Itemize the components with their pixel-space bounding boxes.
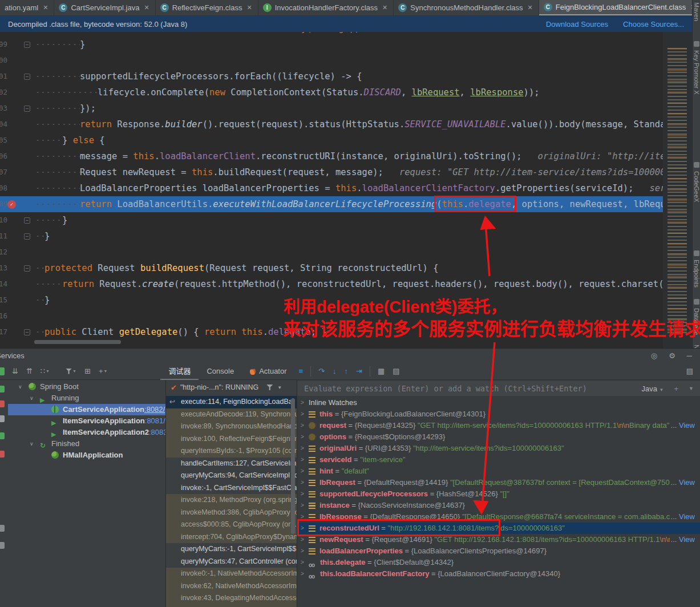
watch-row-this.loadBalancerClientFactory[interactable]: >this.loadBalancerClientFactory = {LoadB… <box>297 568 700 580</box>
stack-frame-row[interactable]: invoke:62, NativeMethodAccessorImpl (sun… <box>166 580 297 593</box>
expand-all-icon[interactable]: ⇊ <box>8 367 22 375</box>
frame-icon[interactable]: ⊞ <box>80 367 95 375</box>
app-port-link[interactable]: :8082/ <box>144 405 165 414</box>
step-over-icon[interactable]: ↷ <box>314 367 329 375</box>
close-tab-icon[interactable]: ✕ <box>382 4 387 11</box>
watch-row-instance[interactable]: >instance = {NacosServiceInstance@14637} <box>297 500 700 511</box>
close-tab-icon[interactable]: ✕ <box>43 4 48 11</box>
stack-frame-row[interactable]: queryItemsByIds:-1, $Proxy105 (com.sun.p… <box>166 445 297 458</box>
hide-panel-icon[interactable]: ─ <box>687 351 692 360</box>
tree-item-ItemServiceApplication2[interactable]: ItemServiceApplication2 :8083/ <box>8 427 165 438</box>
frames-filter-icon[interactable] <box>266 385 273 390</box>
chevron-right-icon[interactable]: > <box>301 420 309 431</box>
code-fold-icon[interactable]: – <box>24 106 30 112</box>
watch-row-this.delegate[interactable]: >this.delegate = {Client$Default@14342} <box>297 557 700 568</box>
download-sources-link[interactable]: Download Sources <box>546 20 608 29</box>
chevron-right-icon[interactable]: > <box>301 568 309 580</box>
debug-tab-Actuator[interactable]: Actuator <box>242 363 294 379</box>
breakpoint-icon[interactable]: ✓ <box>7 200 16 209</box>
settings-gear-icon[interactable]: ⚙ <box>669 351 675 360</box>
debug-tab-Console[interactable]: Console <box>199 363 242 379</box>
watch-group-row[interactable]: >Inline Watches <box>297 397 700 408</box>
code-fold-icon[interactable]: – <box>24 42 30 48</box>
chevron-right-icon[interactable]: > <box>301 443 309 454</box>
app-port-link[interactable]: :8081/ <box>145 416 165 425</box>
code-fold-icon[interactable]: – <box>24 233 30 240</box>
target-icon[interactable]: ◎ <box>651 351 657 360</box>
stack-frame-row[interactable]: invoke:-1, CartServiceImpl$$FastClassByS… <box>166 482 297 495</box>
stack-frame-row[interactable]: invoke0:-1, NativeMethodAccessorImpl (su… <box>166 568 297 580</box>
step-into-icon[interactable]: ↓ <box>329 367 341 375</box>
eval-language-selector[interactable]: Java ▼ <box>641 385 663 393</box>
add-service-icon[interactable]: +▼ <box>95 367 112 375</box>
tool-stripe-key-promoter-x[interactable]: Key Promoter X <box>693 50 700 95</box>
tree-item-Finished[interactable]: ∨Finished <box>8 438 165 450</box>
stack-frame-row[interactable]: queryMyCarts:-1, CartServiceImpl$$Enhanc… <box>166 543 297 556</box>
tab-ReflectiveFeign.class[interactable]: CReflectiveFeign.class✕ <box>156 0 258 15</box>
chevron-right-icon[interactable]: > <box>301 397 309 408</box>
tab-CartServiceImpl.java[interactable]: CCartServiceImpl.java✕ <box>54 0 155 15</box>
stack-frame-row[interactable]: handleCartItems:127, CartServiceImpl (co… <box>166 458 297 470</box>
watch-row-loadBalancerProperties[interactable]: >loadBalancerProperties = {LoadBalancerC… <box>297 545 700 557</box>
stack-frame-row[interactable]: executeAndDecode:119, SynchronousMethodH… <box>166 408 297 421</box>
close-tab-icon[interactable]: ✕ <box>528 4 533 11</box>
layout-settings-icon[interactable]: ▤ <box>389 367 403 375</box>
stack-frame-row[interactable]: invoke:43, DelegatingMethodAccessorImpl … <box>166 592 297 605</box>
watch-row-serviceId[interactable]: >serviceId = "item-service" <box>297 454 700 466</box>
chevron-right-icon[interactable]: > <box>301 500 309 511</box>
tool-stripe-maven[interactable]: Maven <box>693 2 700 21</box>
view-link[interactable]: ... View <box>670 420 700 431</box>
restore-layout-icon[interactable]: ≡ <box>295 367 307 375</box>
view-link[interactable]: ... View <box>670 534 700 545</box>
code-fold-icon[interactable]: – <box>24 329 30 335</box>
watch-row-supportedLifecycleProcessors[interactable]: >supportedLifecycleProcessors = {HashSet… <box>297 488 700 500</box>
code-fold-icon[interactable]: – <box>24 74 30 80</box>
filter-icon[interactable]: ▼ <box>54 369 80 374</box>
watch-row-hint[interactable]: >hint = "default" <box>297 466 700 477</box>
step-out-icon[interactable]: ↑ <box>341 367 353 375</box>
close-tab-icon[interactable]: ✕ <box>246 4 252 11</box>
stack-frame-row[interactable]: invokeMethod:386, CglibAopProxy (org.spr… <box>166 507 297 519</box>
run-to-cursor-icon[interactable]: ⇥ <box>352 367 366 375</box>
tree-item-Running[interactable]: ∨Running <box>8 392 165 404</box>
chevron-right-icon[interactable]: > <box>301 408 309 420</box>
thread-selector[interactable]: ✔ "http-nio-...n": RUNNING ▼ <box>166 380 297 395</box>
chevron-right-icon[interactable]: > <box>301 557 309 568</box>
code-fold-icon[interactable]: – <box>24 217 30 224</box>
stack-frame-row[interactable]: invoke:89, SynchronousMethodHandler (fei… <box>166 420 297 433</box>
watch-row-options[interactable]: >options = {Request$Options@14293} <box>297 431 700 443</box>
tab-SynchronousMethodHandler.class[interactable]: CSynchronousMethodHandler.class✕ <box>394 0 539 15</box>
panel-layout-icon[interactable]: ▤ <box>682 367 700 375</box>
chevron-right-icon[interactable]: > <box>301 454 309 466</box>
tab-InvocationHandlerFactory.class[interactable]: IInvocationHandlerFactory.class✕ <box>258 0 394 15</box>
stack-frame-row[interactable]: queryMyCarts:47, CartController (com.hma… <box>166 556 297 568</box>
watch-row-originalUri[interactable]: >originalUri = {URI@14353} "http://item-… <box>297 443 700 454</box>
tree-item-Spring Boot[interactable]: ∨Spring Boot <box>8 381 165 392</box>
debug-tab-调试器[interactable]: 调试器 <box>160 362 199 381</box>
app-port-link[interactable]: :8083/ <box>149 428 165 436</box>
add-watch-icon[interactable]: + <box>674 385 678 393</box>
close-tab-icon[interactable]: ✕ <box>144 4 149 11</box>
minimap[interactable] <box>663 32 692 348</box>
chevron-right-icon[interactable]: > <box>301 488 309 500</box>
stack-frame-row[interactable]: access$000:85, CglibAopProxy (org.spring… <box>166 519 297 531</box>
tab-FeignBlockingLoadBalancerClient.class[interactable]: CFeignBlockingLoadBalancerClient.class✕ <box>539 0 700 15</box>
watch-row-request[interactable]: >request = {Request@14325} "GET http://i… <box>297 420 700 431</box>
stack-frame-row[interactable]: invoke:100, ReflectiveFeign$FeignInvocat… <box>166 433 297 446</box>
stack-frame-row[interactable]: invoke:218, MethodProxy (org.springframe… <box>166 494 297 507</box>
tree-item-HMallApplication[interactable]: HMallApplication <box>8 450 165 461</box>
code-fold-icon[interactable]: – <box>24 265 30 272</box>
evaluate-expression-icon[interactable]: ▦ <box>374 367 389 375</box>
view-link[interactable]: ... View <box>670 511 700 523</box>
watch-row-lbRequest[interactable]: >lbRequest = {DefaultRequest@14419} "[De… <box>297 477 700 488</box>
stack-frame-row[interactable]: intercept:704, CglibAopProxy$DynamicAdvi… <box>166 531 297 544</box>
evaluate-expression-bar[interactable]: Evaluate expression (Enter) or add a wat… <box>297 381 700 396</box>
collapse-all-icon[interactable]: ⇈ <box>22 367 37 375</box>
chevron-right-icon[interactable]: > <box>301 431 309 443</box>
view-link[interactable]: ... View <box>670 477 700 488</box>
tree-item-CartServiceApplication[interactable]: CartServiceApplication :8082/ <box>8 404 165 415</box>
tree-item-ItemServiceApplication[interactable]: ItemServiceApplication :8081/ <box>8 415 165 427</box>
tab-ation.yaml[interactable]: ation.yaml✕ <box>0 0 54 15</box>
eval-expand-icon[interactable]: ▼ <box>689 386 694 391</box>
watch-row-this[interactable]: >this = {FeignBlockingLoadBalancerClient… <box>297 408 700 420</box>
